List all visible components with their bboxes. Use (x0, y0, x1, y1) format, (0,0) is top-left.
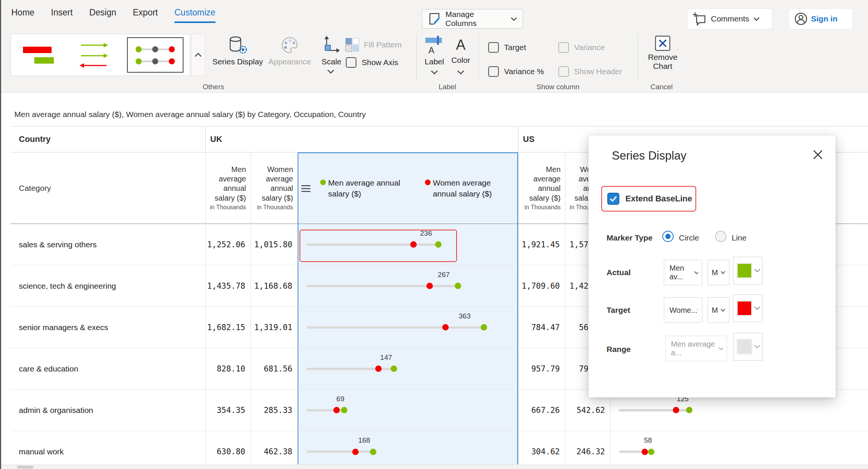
actual-series-value: Men av... (669, 264, 694, 281)
uk-chart-cell[interactable]: 168 (298, 431, 518, 469)
chevron-down-icon (754, 306, 760, 310)
drag-handle-icon[interactable] (301, 185, 310, 192)
women-value-dot (333, 407, 340, 413)
target-color-chip (738, 302, 751, 315)
comments-label: Comments (711, 14, 749, 23)
chevron-up-icon (194, 53, 202, 57)
uk-chart-cell[interactable]: 363 (298, 307, 518, 348)
chart-title: Men average annual salary ($), Women ave… (14, 110, 366, 119)
scale-icon (323, 35, 340, 56)
scale-button[interactable]: Scale (318, 35, 345, 66)
marker-circle-radio[interactable] (662, 231, 674, 242)
ribbon: HomeInsertDesignExportCustomize (0, 0, 868, 93)
target-color-picker[interactable] (733, 294, 763, 322)
chart-type-bars-thumbnail[interactable] (11, 36, 67, 74)
label-button[interactable]: A Label (423, 35, 446, 66)
show-header-checkbox-box (558, 66, 569, 77)
variance-label: 363 (449, 312, 480, 320)
color-dropdown-chevron[interactable] (457, 69, 465, 76)
variance-label: 168 (349, 436, 379, 445)
chevron-down-icon (754, 345, 760, 349)
chevron-down-icon (721, 309, 725, 312)
extend-baseline-checkbox[interactable] (607, 193, 619, 205)
manage-columns-button[interactable]: Manage Columns (422, 9, 523, 29)
uk-women-value: 1,015.80 (251, 224, 298, 265)
chevron-down-icon (510, 17, 517, 21)
comments-button[interactable]: Comments (687, 8, 772, 29)
uk-men-cell: 354.35 (205, 390, 251, 431)
remove-chart-button[interactable]: Remove Chart (640, 35, 685, 71)
uk-men-unit-note: in Thousands (210, 204, 246, 211)
legend-item: Women average annual salary ($) (425, 178, 508, 199)
horizontal-scrollbar (0, 464, 868, 469)
color-button[interactable]: A Color (449, 35, 472, 65)
target-label: Target (607, 306, 630, 315)
us-men-header-text: Men average annual salary ($) (518, 165, 561, 203)
category-cell: sales & serving others (11, 224, 205, 265)
tab-export[interactable]: Export (133, 8, 158, 23)
us-chart-cell[interactable]: 58 (610, 431, 868, 469)
uk-men-value: 828.10 (206, 348, 251, 389)
tab-design[interactable]: Design (89, 8, 116, 23)
target-checkbox[interactable]: Target (488, 42, 526, 53)
chart-type-arrows-thumbnail[interactable] (67, 36, 120, 74)
men-value-dot (455, 283, 461, 289)
window-left-edge (0, 0, 1, 469)
gallery-collapse-button[interactable] (191, 34, 205, 76)
actual-series-dropdown[interactable]: Men av... (664, 260, 702, 285)
actual-aggregation-value: M (712, 268, 718, 277)
chevron-down-icon (694, 271, 698, 274)
us-men-header-cell: Men average annual salary ($) in Thousan… (518, 152, 565, 224)
us-men-cell: 1,709.60 (518, 265, 565, 307)
uk-women-value: 1,319.01 (251, 307, 298, 348)
uk-women-value: 462.38 (251, 431, 298, 469)
fill-pattern-icon (345, 38, 359, 52)
show-axis-checkbox[interactable]: Show Axis (346, 57, 398, 68)
uk-men-cell: 828.10 (205, 348, 251, 390)
tab-customize[interactable]: Customize (174, 8, 215, 23)
us-men-cell: 304.62 (518, 431, 565, 469)
target-series-dropdown[interactable]: Wome... (664, 297, 702, 323)
ribbon-separator (478, 35, 479, 81)
tab-home[interactable]: Home (11, 8, 34, 23)
uk-chart-cell[interactable]: 69 (298, 390, 518, 431)
close-icon[interactable] (812, 149, 825, 162)
range-color-picker[interactable] (733, 333, 763, 361)
variance-checkbox-box (558, 42, 569, 53)
uk-men-header-text: Men average annual salary ($) (206, 165, 246, 203)
uk-women-cell: 681.56 (251, 348, 298, 390)
tab-insert[interactable]: Insert (51, 8, 73, 23)
target-label: Target (504, 43, 526, 52)
check-icon (610, 196, 617, 202)
annotation-highlight-box (300, 230, 457, 262)
marker-line-radio[interactable] (715, 231, 726, 242)
chart-type-dotplot-thumbnail-selected[interactable] (127, 37, 183, 73)
men-value-dot (391, 365, 397, 372)
target-aggregation-dropdown[interactable]: M (708, 297, 729, 323)
horizontal-scrollbar-thumb[interactable] (17, 466, 34, 469)
us-men-value: 304.62 (518, 431, 565, 469)
uk-women-cell: 285.33 (251, 390, 298, 431)
uk-chart-cell[interactable]: 267 (298, 265, 518, 307)
legend-dot-icon (425, 180, 431, 185)
scale-dropdown-chevron[interactable] (327, 69, 335, 75)
actual-aggregation-dropdown[interactable]: M (708, 260, 729, 285)
uk-men-value: 354.35 (206, 390, 251, 431)
actual-color-picker[interactable] (733, 257, 763, 285)
bars-thumbnail-icon (22, 44, 56, 66)
marker-line-label: Line (732, 233, 747, 242)
uk-chart-header-cell-selected[interactable]: Men average annual salary ($)Women avera… (298, 152, 518, 224)
us-men-value: 1,709.60 (518, 265, 565, 306)
range-label: Range (607, 345, 631, 354)
series-display-button[interactable]: Series Display (208, 35, 267, 66)
sign-in-button[interactable]: Sign in (789, 8, 853, 29)
women-value-dot (426, 283, 433, 289)
uk-women-unit-note: in Thousands (257, 204, 293, 211)
ribbon-separator (637, 35, 638, 81)
variance-pct-checkbox[interactable]: Variance % (488, 66, 544, 77)
uk-men-value: 1,435.78 (206, 265, 251, 306)
label-dropdown-chevron[interactable] (431, 69, 438, 76)
legend-dot-icon (320, 180, 326, 185)
uk-chart-cell[interactable]: 147 (298, 348, 518, 390)
variance-pct-label: Variance % (504, 67, 544, 76)
